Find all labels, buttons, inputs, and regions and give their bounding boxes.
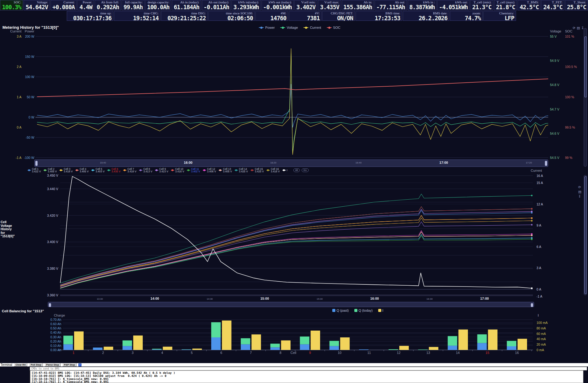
legend-item-cell-2[interactable]: Cell 23.405 V bbox=[43, 168, 59, 173]
refresh-icon[interactable]: ⟳ bbox=[578, 185, 581, 189]
legend-item-current[interactable]: Current bbox=[303, 26, 321, 29]
axis-tick: 3 A bbox=[17, 35, 21, 38]
bar-q-past bbox=[152, 349, 162, 350]
legend-marker bbox=[91, 170, 95, 171]
metric-time-dsg-: time DSG:029:21:25:22 bbox=[161, 11, 208, 21]
parse-stop-button[interactable]: Parse Stop bbox=[45, 363, 61, 366]
legend-swatch bbox=[378, 309, 381, 312]
metering-time-scrollbar[interactable]: 15:4016:0016:2016:4017:0017:20 bbox=[34, 160, 548, 167]
legend-dot bbox=[156, 169, 157, 171]
cell-number-label: 8 bbox=[280, 351, 281, 355]
axis-tick: 20 mA bbox=[537, 343, 546, 346]
bar-i bbox=[488, 329, 497, 350]
header-row-2: time up:030:17:17:36time CHG:19:52:14tim… bbox=[0, 11, 588, 21]
legend-dot bbox=[60, 169, 62, 171]
cell-voltage-value: 3.405 V bbox=[223, 170, 232, 173]
scroll-handle-left[interactable] bbox=[49, 303, 51, 307]
poll-stop-button[interactable]: Poll Stop bbox=[29, 363, 43, 366]
legend-item-cell-8[interactable]: Cell 83.413 V bbox=[139, 168, 155, 173]
cell-voltage-title-line: History bbox=[1, 227, 19, 231]
legend-item-soc[interactable]: SOC bbox=[327, 26, 341, 29]
legend-item-cell-4[interactable]: Cell 43.405 V bbox=[75, 168, 91, 173]
legend-item-cell-3[interactable]: Cell 33.418 V bbox=[59, 168, 75, 173]
cell-voltage-value: 3.413 V bbox=[143, 170, 152, 173]
refresh-icon[interactable]: ⟳ bbox=[573, 26, 575, 30]
axis-tick: 200 W bbox=[25, 35, 34, 38]
legend-item-cell-14[interactable]: Cell 143.425 V bbox=[235, 168, 251, 173]
metric-value: 74.7% bbox=[465, 15, 481, 21]
clear-rx-button[interactable]: Clear RX bbox=[14, 363, 27, 366]
metric-value: 02:06:50 bbox=[227, 15, 253, 21]
metric-value: 24.3°C bbox=[543, 4, 563, 10]
axis-tick: 3.380 V bbox=[47, 267, 58, 270]
metric-design-capacity-: design capacity:100.0Ah bbox=[145, 0, 171, 10]
header-tail bbox=[517, 11, 588, 21]
legend-text: Cell 153.425 V bbox=[255, 168, 264, 173]
legend-button-inv[interactable]: Inv bbox=[302, 168, 309, 172]
scroll-handle-right[interactable] bbox=[531, 303, 533, 307]
legend-item-cell-12[interactable]: Cell 123.406 V bbox=[203, 168, 219, 173]
axis-tick: 2 A bbox=[17, 65, 21, 69]
metering-vertical-scrollbar[interactable] bbox=[584, 28, 587, 167]
legend-item-cell-6[interactable]: Cell 63.435 V bbox=[107, 168, 123, 173]
legend-item-i[interactable]: I bbox=[282, 169, 292, 172]
legend-item-power[interactable]: Power bbox=[259, 26, 275, 29]
legend-marker bbox=[327, 27, 332, 28]
scroll-handle-left[interactable] bbox=[35, 161, 38, 166]
legend-button-all[interactable]: All bbox=[293, 168, 300, 172]
legend-item-i[interactable]: I bbox=[378, 309, 383, 312]
legend-item-cell-7[interactable]: Cell 73.418 V bbox=[123, 168, 139, 173]
bar-i bbox=[192, 349, 202, 350]
cell-number-label: 4 bbox=[161, 351, 163, 355]
legend-text: Cell 73.418 V bbox=[127, 168, 136, 173]
document-icon[interactable]: ▤ bbox=[577, 26, 580, 30]
legend-item-cell-11[interactable]: Cell 113.402 V bbox=[187, 168, 203, 173]
cell-voltage-time-scrollbar[interactable] bbox=[48, 302, 534, 307]
metric-vcell-max-: Vcell max:3.435V bbox=[318, 0, 341, 10]
axis-tick: 3 A bbox=[537, 266, 541, 270]
bar-q-past bbox=[477, 343, 487, 350]
download-icon[interactable]: ↧ bbox=[578, 194, 581, 198]
metric-value: 17:23:53 bbox=[375, 15, 400, 21]
cell-voltage-value: 3.435 V bbox=[111, 170, 120, 173]
p-p-stop-button[interactable]: P&P Stop bbox=[62, 363, 77, 366]
metric-t-fet-: T_FET:24.3°C bbox=[541, 0, 564, 10]
legend-item-cell-13[interactable]: Cell 133.405 V bbox=[219, 168, 235, 173]
metric-time-up-: time up:030:17:17:36 bbox=[67, 11, 113, 21]
cell-number-label: 6 bbox=[221, 351, 222, 355]
series-endpoint bbox=[531, 208, 533, 209]
cell-voltage-vertical-scrollbar[interactable] bbox=[584, 175, 587, 295]
bar-i bbox=[281, 340, 291, 350]
bar-q-today bbox=[63, 336, 73, 344]
cell-number-label: 3 bbox=[132, 351, 134, 355]
scrollbar-thumb[interactable] bbox=[584, 36, 587, 97]
time-tick: 16:40 bbox=[352, 161, 365, 164]
legend-dot bbox=[28, 169, 30, 171]
scrollbar-thumb[interactable] bbox=[584, 176, 587, 294]
bar-i bbox=[399, 346, 409, 350]
legend-item-cell-9[interactable]: Cell 93.423 V bbox=[155, 168, 171, 173]
legend-marker bbox=[303, 27, 308, 28]
legend-item-cell-15[interactable]: Cell 153.425 V bbox=[251, 168, 266, 173]
legend-item-cell-16[interactable]: Cell 163.416 V bbox=[266, 168, 282, 173]
legend-dot bbox=[282, 27, 284, 29]
legend-item-cell-1[interactable]: Cell 13.422 V bbox=[28, 168, 43, 173]
legend-item-q-today-[interactable]: Q (today) bbox=[354, 309, 373, 312]
axis-tick: 0.20 Ah bbox=[50, 340, 61, 343]
legend-dot bbox=[203, 169, 205, 171]
legend-item-voltage[interactable]: Voltage bbox=[280, 26, 298, 29]
terminal-checkbox[interactable]: ✓ bbox=[78, 363, 81, 366]
terminal-console[interactable]: [14:47:41:822] BMS LOG: [14:47:45] Daily… bbox=[30, 370, 583, 383]
scroll-handle-right[interactable] bbox=[545, 161, 547, 166]
legend-item-cell-5[interactable]: Cell 53.403 V bbox=[91, 168, 107, 173]
legend-marker bbox=[251, 170, 254, 171]
cell-voltage-title: CellVoltageHistoryfor "1513[0]" bbox=[1, 220, 19, 238]
legend-marker bbox=[266, 170, 270, 171]
axis-tick: 50 W bbox=[27, 95, 34, 99]
legend-item-q-past-[interactable]: Q (past) bbox=[332, 309, 349, 312]
legend-item-cell-10[interactable]: Cell 103.416 V bbox=[171, 168, 187, 173]
metric-t-shunt-: T_Shunt:25.8°C bbox=[565, 0, 588, 10]
document-icon[interactable]: ▤ bbox=[578, 190, 581, 194]
terminal-command-input[interactable] bbox=[30, 367, 587, 370]
axis-tick: 3.400 V bbox=[47, 240, 58, 244]
